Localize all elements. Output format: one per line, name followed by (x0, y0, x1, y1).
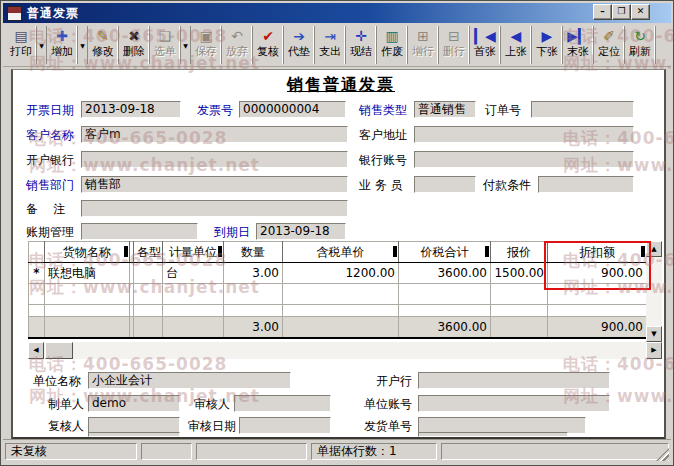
toolbar-button-review[interactable]: ✔复核 (253, 26, 284, 64)
toolbar-button-label: 作废 (381, 45, 403, 58)
toolbar-button-delete[interactable]: ✖删除 (119, 26, 150, 64)
scroll-left-button[interactable]: ◀ (28, 342, 44, 359)
col-unit[interactable]: 计量单位 (163, 242, 224, 263)
toolbar-button-prev[interactable]: ◀上张 (501, 26, 532, 64)
bank-account-field[interactable] (414, 151, 634, 168)
toolbar-button-print[interactable]: ▤打印 (6, 26, 37, 64)
cell[interactable] (29, 305, 45, 317)
order-no-field[interactable] (531, 101, 634, 118)
locate-icon: ✐ (603, 28, 615, 45)
toolbar-button-label: 放弃 (226, 45, 248, 58)
cell-goods-name[interactable]: 联想电脑 (45, 263, 130, 284)
cell[interactable] (45, 305, 130, 317)
toolbar-button-void[interactable]: ▥作废 (377, 26, 408, 64)
minimize-button[interactable]: – (593, 4, 612, 20)
unit-name-field[interactable]: 小企业会计 (88, 372, 291, 389)
cell-spec[interactable] (134, 263, 163, 284)
clipped-field (418, 432, 568, 437)
cell-unit-price[interactable]: 1200.00 (283, 263, 399, 284)
invoice-date-field[interactable]: 2013-09-18 (81, 101, 181, 118)
maker-field[interactable]: demo (88, 395, 180, 412)
title-bar[interactable]: 普通发票 (3, 3, 671, 23)
col-unit-price[interactable]: 含税单价 (283, 242, 399, 263)
order-no-label: 订单号 (485, 102, 521, 118)
remark-field[interactable] (81, 200, 348, 217)
auditor-field[interactable] (234, 395, 331, 412)
cell[interactable] (283, 284, 399, 305)
open-bank-field[interactable] (418, 372, 610, 389)
cell[interactable] (491, 284, 548, 305)
toolbar-button-locate[interactable]: ✐定位 (594, 26, 625, 64)
customer-name-field[interactable]: 客户m (81, 126, 348, 143)
toolbar-button-cash-settle[interactable]: ✛现结 (346, 26, 377, 64)
col-indicator[interactable] (29, 242, 45, 263)
vertical-scrollbar[interactable]: ▲ ▼ (646, 241, 662, 342)
due-date-field[interactable]: 2013-09-18 (256, 223, 346, 240)
cell[interactable] (283, 305, 399, 317)
cell[interactable] (548, 284, 647, 305)
maximize-button[interactable]: ❐ (612, 4, 631, 20)
toolbar-button-discard: ↶放弃 (222, 26, 253, 64)
col-spec[interactable]: 各型 (134, 242, 163, 263)
cell[interactable] (548, 305, 647, 317)
cell[interactable] (163, 305, 224, 317)
toolbar-button-label: 首张 (474, 45, 496, 58)
audit-date-field[interactable] (239, 417, 331, 434)
print-dropdown-arrow[interactable]: ▼ (37, 26, 47, 64)
scroll-down-button[interactable]: ▼ (646, 326, 662, 342)
customer-addr-field[interactable] (414, 126, 634, 143)
bank-field[interactable] (81, 151, 348, 168)
cell-quantity[interactable]: 3.00 (224, 263, 283, 284)
arrow-up-icon: ▲ (651, 245, 656, 253)
first-record-icon: ▎◀ (474, 28, 496, 45)
toolbar-button-expense[interactable]: ⇥支出 (315, 26, 346, 64)
scroll-up-button[interactable]: ▲ (646, 241, 662, 257)
unit-name-label: 单位名称 (33, 373, 81, 389)
toolbar-button-modify[interactable]: ✎修改 (88, 26, 119, 64)
sales-type-field[interactable]: 普通销售 (414, 101, 476, 118)
close-button[interactable]: ✕ (631, 4, 650, 20)
cell[interactable] (491, 305, 548, 317)
toolbar-button-label: 删除 (123, 45, 145, 58)
col-total[interactable]: 价税合计 (399, 242, 491, 263)
horizontal-scrollbar[interactable]: ◀ ▶ (28, 342, 662, 359)
cell[interactable] (134, 284, 163, 305)
cell[interactable] (224, 284, 283, 305)
payment-terms-label: 付款条件 (483, 177, 531, 193)
toolbar-button-advance[interactable]: ➔代垫 (284, 26, 315, 64)
unit-account-field[interactable] (418, 395, 610, 412)
toolbar-button-add[interactable]: ✚增加 (47, 26, 78, 64)
toolbar-button-next[interactable]: ▶下张 (532, 26, 563, 64)
cell[interactable] (134, 305, 163, 317)
period-mgmt-field[interactable] (81, 223, 198, 240)
cell[interactable] (399, 284, 491, 305)
toolbar-button-first[interactable]: ▎◀首张 (470, 26, 501, 64)
scrollbar-thumb[interactable] (45, 342, 73, 359)
cell[interactable] (224, 305, 283, 317)
col-goods-name[interactable]: 货物名称 (45, 242, 130, 263)
payment-terms-field[interactable] (538, 176, 634, 193)
cell-quote[interactable]: 1500.00 (491, 263, 548, 284)
row-indicator[interactable]: * (29, 263, 45, 284)
col-quantity[interactable]: 数量 (224, 242, 283, 263)
customer-name-label: 客户名称 (26, 127, 74, 143)
cell-total[interactable]: 3600.00 (399, 263, 491, 284)
col-quote[interactable]: 报价 (491, 242, 548, 263)
scroll-right-button[interactable]: ▶ (646, 342, 662, 359)
cell[interactable] (399, 305, 491, 317)
auditor-label: 审核人 (194, 396, 230, 412)
invoice-no-field[interactable]: 0000000004 (239, 101, 346, 118)
sales-dept-field[interactable]: 销售部 (81, 176, 348, 193)
toolbar-button-refresh[interactable]: ↻刷新 (625, 26, 656, 64)
cell[interactable] (29, 284, 45, 305)
cell[interactable] (45, 284, 130, 305)
cell-discount[interactable]: 900.00 (548, 263, 647, 284)
add-dropdown-arrow[interactable]: ▼ (78, 26, 88, 64)
salesman-field[interactable] (414, 176, 476, 193)
col-discount[interactable]: 折扣额 (548, 242, 647, 263)
toolbar-button-last[interactable]: ▶▎末张 (563, 26, 594, 64)
cell[interactable] (163, 284, 224, 305)
toolbar-button-select-order: ❏选单 (150, 26, 181, 64)
cell-unit[interactable]: 台 (163, 263, 224, 284)
review-status: 未复核 (5, 443, 137, 460)
